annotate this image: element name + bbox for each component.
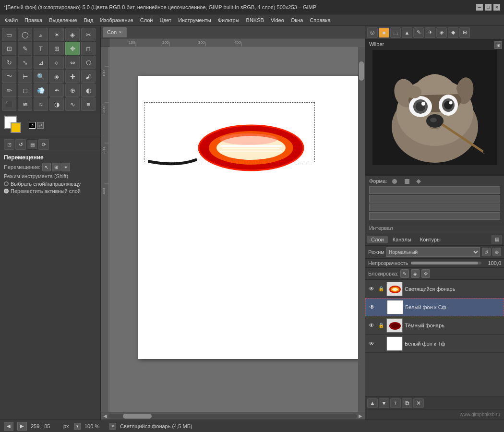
menu-image[interactable]: Изображение xyxy=(97,16,136,24)
rt-icon8[interactable]: ◆ xyxy=(448,27,458,38)
close-button[interactable]: ✕ xyxy=(493,4,500,11)
status-nav-right[interactable]: ▶ xyxy=(17,422,27,431)
rt-icon5[interactable]: ✎ xyxy=(413,27,424,38)
layers-btn-delete[interactable]: ✕ xyxy=(413,398,424,408)
minimize-button[interactable]: ─ xyxy=(476,4,483,11)
opacity-slider[interactable] xyxy=(411,262,481,264)
layer-row-3[interactable]: 👁 Белый фон к Тф xyxy=(365,335,504,353)
menu-colors[interactable]: Цвет xyxy=(156,16,174,24)
h-scrollbar-thumb[interactable] xyxy=(123,414,152,419)
layers-btn-move-up[interactable]: ▲ xyxy=(367,398,378,408)
menu-windows[interactable]: Окна xyxy=(288,16,306,24)
tab-layers[interactable]: Слои xyxy=(367,236,388,243)
rt-icon2[interactable]: ■ xyxy=(379,27,389,38)
tool-perspective[interactable]: ⟐ xyxy=(49,56,64,69)
shape-input-4[interactable] xyxy=(369,212,500,220)
tool-ink[interactable]: ✒ xyxy=(49,84,64,97)
rt-icon1[interactable]: ◎ xyxy=(367,27,378,38)
menu-tools[interactable]: Инструменты xyxy=(175,16,214,24)
background-color[interactable] xyxy=(11,122,21,133)
menu-select[interactable]: Выделение xyxy=(46,16,80,24)
tool-rect-select[interactable]: ▭ xyxy=(2,28,16,41)
tool-eraser[interactable]: ◻ xyxy=(18,84,32,97)
menu-view[interactable]: Вид xyxy=(81,16,96,24)
shape-circle-icon[interactable] xyxy=(392,179,397,185)
tool-curves[interactable]: ∿ xyxy=(65,97,80,111)
tool-dodge-burn[interactable]: ◑ xyxy=(49,97,64,111)
canvas-tab[interactable]: Con ✕ xyxy=(103,27,127,37)
layer-lock-2[interactable]: 🔒 xyxy=(378,322,384,329)
tool-convolve[interactable]: ≋ xyxy=(18,97,32,111)
tool-warp[interactable]: 〜 xyxy=(2,70,16,83)
v-scrollbar-thumb[interactable] xyxy=(359,61,364,81)
tool-scissors[interactable]: ✂ xyxy=(81,28,96,41)
mode-select[interactable]: Нормальный xyxy=(386,247,480,257)
tab-paths[interactable]: Контуры xyxy=(416,236,444,243)
tool-colorpick[interactable]: ◈ xyxy=(49,70,64,83)
tool-heal[interactable]: ✚ xyxy=(65,70,80,83)
tool-text[interactable]: T xyxy=(34,42,48,55)
tool-rotate[interactable]: ↻ xyxy=(2,56,16,69)
menu-video[interactable]: Video xyxy=(268,16,287,24)
tool-free-select[interactable]: ⟁ xyxy=(34,28,48,41)
tool-ellipse-select[interactable]: ◯ xyxy=(18,28,32,41)
tool-bucket-fill[interactable]: ⬛ xyxy=(2,97,16,111)
layer-row-2[interactable]: 👁 🔒 Тёмный фонарь xyxy=(365,316,504,335)
unit-dropdown[interactable]: ▾ xyxy=(74,423,81,430)
scroll-right-button[interactable]: ▶ xyxy=(357,413,364,420)
tool-airbrush[interactable]: 💨 xyxy=(34,84,48,97)
menu-filters[interactable]: Фильтры xyxy=(215,16,242,24)
reset-colors[interactable]: ↺ xyxy=(29,122,36,129)
tool-by-color[interactable]: ◈ xyxy=(65,28,80,41)
layers-btn-new[interactable]: + xyxy=(390,398,401,408)
tool-extra1[interactable]: ⊡ xyxy=(4,139,14,150)
maximize-button[interactable]: □ xyxy=(485,4,492,11)
layers-menu-button[interactable]: ▤ xyxy=(492,235,502,244)
tool-smudge[interactable]: ≈ xyxy=(34,97,48,111)
h-scrollbar-track[interactable] xyxy=(108,414,357,419)
tab-channels[interactable]: Каналы xyxy=(389,236,415,243)
lock-alpha-icon[interactable]: ◈ xyxy=(411,269,420,278)
menu-edit[interactable]: Правка xyxy=(22,16,45,24)
shape-diamond-icon[interactable] xyxy=(416,179,421,185)
move-icon1[interactable]: ↖ xyxy=(42,163,51,171)
tool-measure[interactable]: ⊢ xyxy=(18,70,32,83)
shape-input-1[interactable] xyxy=(369,186,500,194)
layer-eye-2[interactable]: 👁 xyxy=(367,321,376,330)
tool-paths[interactable]: ✎ xyxy=(18,42,32,55)
rt-icon6[interactable]: ✈ xyxy=(425,27,435,38)
zoom-dropdown[interactable]: ▾ xyxy=(109,423,116,430)
tool-fuzzy-select[interactable]: ✶ xyxy=(49,28,64,41)
layer-eye-0[interactable]: 👁 xyxy=(367,285,376,293)
menu-layer[interactable]: Слой xyxy=(137,16,156,24)
tool-paint[interactable]: 🖌 xyxy=(81,70,96,83)
menu-bnksb[interactable]: BNKSB xyxy=(243,16,267,24)
tool-zoom-tool[interactable]: 🔍 xyxy=(34,70,48,83)
swap-colors[interactable]: ⇄ xyxy=(37,122,44,129)
mode-extra-icon[interactable]: ↺ xyxy=(482,248,491,256)
layer-row-0[interactable]: 👁 🔒 Светящийся фонарь xyxy=(365,280,504,298)
h-scrollbar[interactable]: ◀ ▶ xyxy=(101,412,365,420)
tool-scale[interactable]: ⤡ xyxy=(18,56,32,69)
canvas-viewport[interactable] xyxy=(109,47,365,412)
tool-transform[interactable]: ⬡ xyxy=(81,56,96,69)
shape-input-2[interactable] xyxy=(369,195,500,203)
lock-pixels-icon[interactable]: ✎ xyxy=(400,269,409,278)
scroll-left-button[interactable]: ◀ xyxy=(102,413,108,420)
options-icon[interactable]: ▤ xyxy=(27,139,37,150)
v-scrollbar[interactable] xyxy=(358,47,365,412)
radio-option-1[interactable]: Выбрать слой/направляющу xyxy=(4,181,96,187)
tool-pencil[interactable]: ✏ xyxy=(2,84,16,97)
undo-button[interactable]: ↺ xyxy=(15,139,26,150)
radio-option-2[interactable]: Переместить активный слой xyxy=(4,188,96,194)
tool-move[interactable]: ✥ xyxy=(65,42,80,55)
tool-foreground[interactable]: ⊡ xyxy=(2,42,16,55)
rt-icon7[interactable]: ◈ xyxy=(436,27,447,38)
refresh-icon[interactable]: ⟳ xyxy=(38,139,49,150)
layer-eye-1[interactable]: 👁 xyxy=(368,303,376,312)
tool-shear[interactable]: ⊿ xyxy=(34,56,48,69)
status-nav-left[interactable]: ◀ xyxy=(4,422,13,431)
layers-btn-duplicate[interactable]: ⧉ xyxy=(402,398,412,408)
move-icon2[interactable]: ⊞ xyxy=(52,163,60,171)
wilber-expand[interactable]: ⊞ xyxy=(494,41,502,49)
